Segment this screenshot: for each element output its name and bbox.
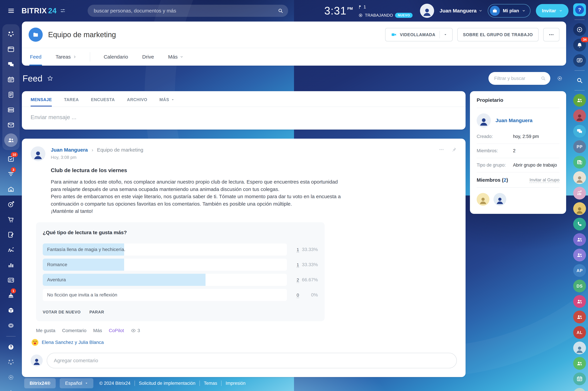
global-search-input[interactable] xyxy=(94,8,278,14)
sidebar-item-support[interactable] xyxy=(0,340,22,355)
sidebar-item-structure[interactable] xyxy=(0,355,22,370)
my-plan-button[interactable]: Mi plan xyxy=(488,4,530,17)
sidebar-item-contact-center[interactable] xyxy=(0,273,22,288)
chevron-down-icon[interactable] xyxy=(444,33,447,36)
sidebar-item-workgroups[interactable] xyxy=(2,133,19,148)
composer-tab-encuesta[interactable]: ENCUESTA xyxy=(91,97,115,106)
vote-again-button[interactable]: VOTAR DE NUEVO xyxy=(43,310,81,314)
poll-option[interactable]: Romance xyxy=(43,259,287,271)
rail-item-chat-al[interactable]: AL xyxy=(573,326,586,339)
themes-link[interactable]: Temas xyxy=(204,381,217,386)
rail-item-news-channel[interactable] xyxy=(573,156,586,169)
rail-item-help[interactable]: ? xyxy=(573,3,586,16)
sidebar-item-sign[interactable] xyxy=(0,227,22,242)
favorite-star-icon[interactable] xyxy=(47,75,54,82)
poll-option[interactable]: Aventura xyxy=(43,274,287,286)
work-clock[interactable]: 3:31 PM xyxy=(324,5,353,16)
composer-tab-archivo[interactable]: ARCHIVO xyxy=(127,97,147,106)
heart-eyes-emoji-icon[interactable] xyxy=(31,339,39,346)
workgroup-more-button[interactable] xyxy=(543,28,559,41)
sidebar-item-crm[interactable]: 3 xyxy=(0,167,22,182)
rail-item-sales-chart[interactable] xyxy=(573,187,586,199)
rail-item-avatar-user3[interactable] xyxy=(573,202,586,215)
sidebar-item-live-feed[interactable] xyxy=(2,27,19,42)
rail-item-avatar-elena[interactable] xyxy=(573,109,586,122)
rail-item-group-purple-1[interactable] xyxy=(573,233,586,246)
search-icon[interactable] xyxy=(541,76,546,81)
layout-sliders-icon[interactable] xyxy=(60,8,65,13)
rail-item-chat-ap[interactable]: AP xyxy=(573,264,586,277)
sidebar-item-copilot-ai[interactable]: 1 xyxy=(0,288,22,303)
rail-item-telephony[interactable] xyxy=(573,218,586,230)
rail-item-group-pink[interactable] xyxy=(573,295,586,308)
rail-item-chat-history[interactable] xyxy=(573,54,586,67)
poll-votes-count[interactable]: 1 xyxy=(297,262,299,268)
stop-poll-button[interactable]: PARAR xyxy=(89,310,104,314)
like-button[interactable]: Me gusta xyxy=(36,328,55,333)
rail-item-group-chat-green[interactable] xyxy=(573,94,586,107)
about-workgroup-button[interactable]: SOBRE EL GRUPO DE TRABAJO xyxy=(457,28,539,41)
sidebar-item-add[interactable] xyxy=(0,385,22,391)
composer-input-area[interactable] xyxy=(22,106,466,130)
global-search[interactable] xyxy=(88,5,288,17)
comment-button[interactable]: Comentario xyxy=(62,328,86,333)
workgroup-avatar[interactable] xyxy=(29,28,43,42)
sidebar-item-settings[interactable] xyxy=(0,370,22,385)
member-avatar-juan[interactable] xyxy=(494,193,506,206)
user-menu[interactable]: Juan Manguera xyxy=(439,8,482,14)
sidebar-item-drive[interactable] xyxy=(2,102,19,117)
owner-name-link[interactable]: Juan Manguera xyxy=(496,118,532,123)
composer-tab-tarea[interactable]: TAREA xyxy=(64,97,79,106)
sidebar-item-apps[interactable] xyxy=(0,303,22,318)
feed-filter[interactable] xyxy=(489,72,550,85)
rail-item-chat-ds[interactable]: DS xyxy=(573,280,586,293)
pin-icon[interactable] xyxy=(451,147,457,152)
sidebar-item-market[interactable] xyxy=(0,182,22,197)
rail-item-avatar-julia[interactable] xyxy=(573,171,586,184)
rail-item-group-green-2[interactable] xyxy=(573,357,586,370)
tab-feed[interactable]: Feed xyxy=(29,48,42,66)
owner-avatar[interactable] xyxy=(477,113,491,127)
reaction-users-link[interactable]: Elena Sanchez y Julia Blanca xyxy=(42,340,104,345)
bitrix24-footer-button[interactable]: Bitrix24® xyxy=(24,378,56,388)
videocall-button[interactable]: VIDEOLLAMADA xyxy=(385,28,453,41)
composer-tab-mensaje[interactable]: MENSAJE xyxy=(31,97,52,106)
sidebar-item-shop[interactable] xyxy=(0,212,22,227)
composer-input[interactable] xyxy=(31,114,457,120)
flag-counter[interactable]: 1 xyxy=(358,4,413,9)
post-author-avatar[interactable] xyxy=(31,146,45,161)
poll-option[interactable]: Fantasía llena de magia y hechicería. xyxy=(43,243,287,256)
print-link[interactable]: Impresión xyxy=(226,381,246,386)
post-author-link[interactable]: Juan Manguera xyxy=(51,147,88,153)
feed-settings-gear-icon[interactable] xyxy=(556,75,563,82)
user-avatar[interactable] xyxy=(420,4,434,18)
rail-item-chat-teal[interactable] xyxy=(573,125,586,138)
rail-item-avatar-user5[interactable] xyxy=(573,388,586,391)
rail-item-notifications[interactable]: 34 xyxy=(573,39,586,51)
sidebar-item-sites[interactable] xyxy=(2,42,19,57)
rail-item-avatar-user4[interactable] xyxy=(573,342,586,354)
sidebar-item-calendar[interactable] xyxy=(2,72,19,87)
sidebar-item-more[interactable] xyxy=(0,318,22,333)
sidebar-item-esign[interactable] xyxy=(0,242,22,257)
poll-votes-count[interactable]: 0 xyxy=(297,293,299,298)
tab-tareas[interactable]: Tareas xyxy=(55,48,77,66)
poll-votes-count[interactable]: 2 xyxy=(297,278,299,283)
post-more-icon[interactable] xyxy=(439,147,444,152)
language-selector[interactable]: Español xyxy=(60,378,93,388)
invite-to-group-link[interactable]: Invitar al Grupo xyxy=(529,177,559,183)
sidebar-item-docs[interactable] xyxy=(2,87,19,102)
composer-tab-mas[interactable]: MÁS xyxy=(160,97,174,106)
sidebar-item-messenger[interactable] xyxy=(2,57,19,72)
rail-item-chat-pp[interactable]: PP xyxy=(573,140,586,153)
rail-item-search[interactable] xyxy=(573,74,586,87)
comment-input[interactable] xyxy=(54,358,450,363)
copilot-button[interactable]: CoPilot xyxy=(109,328,124,333)
implementation-request-link[interactable]: Solicitud de implementación xyxy=(139,381,195,386)
rail-item-calendar-chat[interactable] xyxy=(573,373,586,385)
rail-item-group-red[interactable] xyxy=(573,310,586,323)
menu-hamburger-icon[interactable] xyxy=(5,4,17,17)
sidebar-item-marketing[interactable] xyxy=(0,197,22,212)
feed-filter-input[interactable] xyxy=(494,76,541,81)
member-avatar-elena[interactable] xyxy=(477,193,490,206)
